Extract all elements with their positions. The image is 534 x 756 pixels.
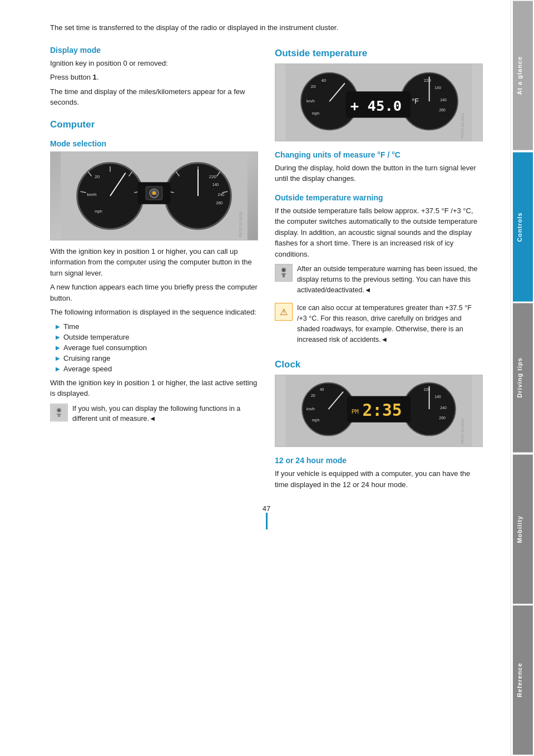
display-mode-heading: Display mode [50, 46, 258, 55]
computer-note-icon [50, 404, 68, 421]
clock-image: 20 km/h mph 40 220 140 240 260 [275, 375, 483, 447]
svg-point-51 [283, 269, 285, 271]
svg-text:2:35: 2:35 [362, 401, 402, 420]
page-number: 47 [50, 504, 483, 513]
computer-para2: A new function appears each time you bri… [50, 282, 258, 303]
svg-text:20: 20 [311, 394, 315, 398]
svg-text:20: 20 [95, 174, 100, 179]
outside-temp-warning-text: If the outside temperature falls below a… [275, 205, 483, 260]
svg-text:40: 40 [320, 387, 324, 391]
list-item-cruising: ▶ Cruising range [56, 353, 258, 364]
svg-point-18 [152, 192, 156, 195]
outside-temp-warning-heading: Outside temperature warning [275, 193, 483, 202]
display-mode-line2: Press button 1. [50, 72, 258, 83]
mode-selection-image: 20 km/h mph 220 140 240 260 PKTC-01.0016 [50, 151, 258, 240]
svg-text:PKTC-01.0015: PKTC-01.0015 [461, 419, 464, 444]
list-item-fuel: ▶ Average fuel consumption [56, 342, 258, 353]
sidebar-tab-reference[interactable]: Reference [513, 606, 533, 755]
svg-point-29 [58, 409, 60, 411]
outside-temp-svg: 20 km/h mph 40 220 140 240 260 [275, 64, 482, 141]
list-item-speed: ▶ Average speed [56, 364, 258, 374]
hour-mode-heading: 12 or 24 hour mode [275, 456, 483, 465]
arrow-icon-outside-temp: ▶ [56, 334, 60, 340]
changing-units-text: During the display, hold down the button… [275, 163, 483, 184]
svg-text:PKTC-01.0016: PKTC-01.0016 [239, 212, 243, 237]
sidebar-tab-mobility[interactable]: Mobility [513, 455, 533, 604]
svg-text:140: 140 [435, 86, 442, 90]
instrument-cluster-svg: 20 km/h mph 220 140 240 260 PKTC-01.0016 [51, 152, 258, 240]
display-mode-line3: The time and display of the miles/kilome… [50, 86, 258, 108]
left-column: Display mode Ignition key in position 0 … [50, 37, 258, 494]
arrow-icon-cruising: ▶ [56, 355, 60, 361]
svg-text:PM: PM [352, 408, 359, 415]
arrow-icon-speed: ▶ [56, 366, 60, 372]
changing-units-heading: Changing units of measure °F / °C [275, 150, 483, 159]
display-mode-line1: Ignition key in position 0 or removed: [50, 58, 258, 69]
svg-rect-31 [58, 415, 60, 417]
svg-text:220: 220 [209, 174, 217, 179]
svg-rect-53 [283, 274, 285, 277]
svg-text:PKTC-01.0011: PKTC-01.0011 [461, 112, 464, 138]
outside-temp-image: 20 km/h mph 40 220 140 240 260 [275, 63, 483, 141]
svg-text:km/h: km/h [306, 99, 315, 103]
temp-warning-note1: After an outside temperature warning has… [275, 264, 483, 298]
svg-text:km/h: km/h [306, 407, 315, 411]
mode-selection-heading: Mode selection [50, 139, 258, 148]
intro-text: The set time is transferred to the displ… [50, 22, 483, 33]
outside-temp-heading: Outside temperature [275, 48, 483, 59]
computer-para4: With the ignition key in position 1 or h… [50, 377, 258, 399]
svg-text:140: 140 [212, 183, 219, 186]
svg-text:40: 40 [322, 77, 327, 82]
computer-heading: Computer [50, 119, 258, 130]
clock-heading: Clock [275, 359, 483, 370]
svg-text:220: 220 [424, 77, 432, 82]
temp-warning-note2-text: Ice can also occur at temperatures great… [297, 303, 483, 345]
svg-text:240: 240 [440, 406, 447, 410]
computer-para3: The following information is displayed i… [50, 307, 258, 318]
temp-warning-note1-icon [275, 264, 293, 282]
computer-note-text: If you wish, you can display the followi… [72, 404, 258, 425]
sidebar-tab-driving-tips[interactable]: Driving tips [513, 303, 533, 453]
computer-para1: With the ignition key in position 1 or h… [50, 246, 258, 279]
temp-warning-note1-text: After an outside temperature warning has… [297, 264, 483, 295]
page-bottom-line [266, 513, 268, 529]
arrow-icon-time: ▶ [56, 323, 60, 330]
temp-warning-note2: ⚠ Ice can also occur at temperatures gre… [275, 303, 483, 348]
sidebar-tab-controls[interactable]: Controls [513, 153, 533, 302]
svg-rect-30 [57, 414, 61, 415]
sidebar: At a glance Controls Driving tips Mobili… [511, 0, 534, 756]
svg-text:260: 260 [439, 416, 446, 420]
svg-text:mph: mph [312, 111, 320, 115]
svg-text:140: 140 [434, 395, 441, 399]
warning-triangle-icon: ⚠ [275, 303, 293, 321]
svg-rect-49 [275, 264, 292, 281]
list-item-outside-temp: ▶ Outside temperature [56, 332, 258, 342]
arrow-icon-fuel: ▶ [56, 345, 60, 351]
svg-text:260: 260 [216, 200, 223, 204]
svg-text:20: 20 [311, 84, 316, 89]
svg-text:240: 240 [440, 98, 447, 102]
sequence-list: ▶ Time ▶ Outside temperature ▶ Average f… [56, 321, 258, 374]
svg-rect-52 [281, 273, 286, 274]
sidebar-tab-at-a-glance[interactable]: At a glance [513, 1, 533, 150]
list-item-time: ▶ Time [56, 321, 258, 332]
svg-text:mph: mph [95, 209, 102, 213]
svg-text:km/h: km/h [87, 192, 97, 197]
svg-text:240: 240 [218, 193, 225, 197]
hour-mode-text: If your vehicle is equipped with a compu… [275, 468, 483, 490]
svg-text:mph: mph [312, 418, 320, 423]
svg-text:°F: °F [412, 96, 419, 105]
computer-note-box: If you wish, you can display the followi… [50, 404, 258, 428]
right-column: Outside temperature 20 km/h mph 40 [275, 37, 483, 494]
clock-svg: 20 km/h mph 40 220 140 240 260 [275, 375, 482, 446]
svg-text:+ 45.0: + 45.0 [350, 97, 402, 114]
svg-text:260: 260 [439, 107, 446, 111]
